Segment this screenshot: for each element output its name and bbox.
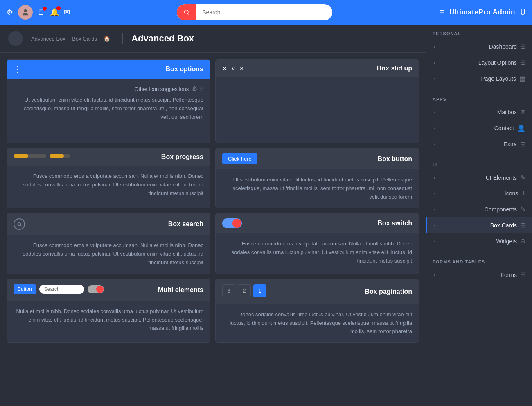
sidebar-item-widgets[interactable]: ‹ Widgets ⊕ — [426, 233, 532, 249]
expand-icon[interactable]: ✕ — [239, 65, 244, 72]
sidebar-item-dashboard[interactable]: ‹ Dashboard ⊞ — [426, 39, 532, 54]
page-btn-2[interactable]: 2 — [238, 284, 251, 297]
close-icon[interactable]: ✕ — [222, 65, 227, 72]
multi-elements-header: Button Multi elements — [7, 279, 210, 301]
sidebar-label-contact: Contact — [494, 125, 514, 132]
box-search-body: Fusce commodo eros a vulputate accumsan.… — [7, 235, 210, 273]
sidebar-label-extra: Extra — [503, 141, 517, 147]
box-button-body: Ut vestibulum enim vitae elit luctus, id… — [216, 169, 419, 208]
sidebar-label-box-cards: Box Cards — [490, 222, 517, 229]
box-options-header: ⋮ Box options — [7, 60, 210, 79]
hamburger-button[interactable]: ≡ — [439, 7, 444, 18]
sidebar-item-layout-options[interactable]: ‹ Layout Options ⊟ — [426, 54, 532, 70]
box-options-body: Other icon suggestions ⚙ ≡ Ut vestibulum… — [7, 79, 210, 128]
box-options-text: Ut vestibulum enim vitae elit luctus, id… — [14, 96, 203, 121]
notifications-badge — [56, 6, 61, 10]
sidebar-label-forms: Forms — [500, 272, 517, 278]
sidebar-item-box-cards[interactable]: ‹ Box Cards ⊟ — [426, 217, 532, 233]
breadcrumb-home-icon[interactable]: 🏠 — [104, 36, 110, 42]
sidebar-item-components[interactable]: ‹ Components ✎ — [426, 201, 532, 217]
nav-right: ≡ UltimatePro Admin U — [439, 7, 525, 18]
sidebar-label-dashboard: Dashboard — [489, 43, 517, 50]
progress-row — [14, 154, 156, 158]
breadcrumb: Advanced Box - Box Cards - 🏠 — [31, 36, 110, 42]
box-switch-header: Box switch — [216, 213, 419, 233]
box-progress-header: Box progress — [7, 148, 210, 166]
box-slid-body — [216, 77, 419, 143]
box-options-menu-icon[interactable]: ⋮ — [14, 65, 21, 74]
sidebar-divider — [426, 154, 532, 154]
sidebar-item-left: Extra ⊞ — [503, 140, 525, 148]
settings-button[interactable]: ⚙ — [7, 8, 13, 17]
multi-search-input[interactable] — [39, 285, 84, 294]
page-btn-1[interactable]: 1 — [253, 284, 266, 297]
progress-bar-bg — [14, 154, 46, 158]
search-submit-button[interactable] — [177, 4, 196, 20]
toggle-switch[interactable] — [222, 218, 242, 228]
right-sidebar: PERSONAL ‹ Dashboard ⊞ ‹ Layout Options … — [426, 25, 532, 406]
search-input[interactable] — [196, 9, 332, 16]
header-icons: ⚙ ≡ — [192, 85, 203, 93]
sidebar-item-forms[interactable]: ‹ Forms ⊟ — [426, 267, 532, 283]
breadcrumb-box-cards[interactable]: Box Cards — [72, 36, 97, 42]
search-wrap — [177, 4, 332, 20]
avatar[interactable] — [18, 5, 33, 20]
multi-row: Button — [14, 284, 104, 294]
chevron-down-icon[interactable]: ∨ — [231, 65, 235, 72]
gear-icon[interactable]: ⚙ — [192, 85, 197, 93]
nav-left: ⚙ 🗒 🔔 ✉ — [7, 5, 70, 20]
chevron-icon: ‹ — [434, 272, 435, 278]
breadcrumb-advanced-box[interactable]: Advanced Box — [31, 36, 65, 42]
multi-button[interactable]: Button — [14, 284, 36, 294]
sidebar-item-extra[interactable]: ‹ Extra ⊞ — [426, 136, 532, 152]
breadcrumb-sep1: - — [68, 36, 70, 42]
chevron-icon: ‹ — [434, 206, 435, 212]
sidebar-item-left: Layout Options ⊟ — [478, 59, 525, 66]
dashboard-icon: ⊞ — [520, 43, 525, 50]
svg-point-1 — [185, 10, 188, 14]
messages-button[interactable]: ✉ — [64, 8, 70, 17]
box-button-text: Ut vestibulum enim vitae elit luctus, id… — [222, 176, 412, 201]
sidebar-item-icons[interactable]: ‹ Icons T — [426, 186, 532, 201]
box-button-card: Click here Box button Ut vestibulum enim… — [215, 148, 419, 208]
layout-options-icon: ⊟ — [520, 59, 525, 66]
list-icon[interactable]: ≡ — [200, 85, 203, 93]
sidebar-item-left: Contact 👤 — [494, 124, 525, 132]
page-btn-3[interactable]: 3 — [222, 284, 235, 297]
box-search-card: Box search Fusce commodo eros a vulputat… — [7, 213, 210, 274]
sidebar-section-personal: PERSONAL — [426, 25, 532, 39]
box-search-text: Fusce commodo eros a vulputate accumsan.… — [14, 241, 203, 267]
sidebar-item-contact[interactable]: ‹ Contact 👤 — [426, 120, 532, 136]
components-icon: ✎ — [520, 205, 525, 213]
sidebar-item-mailbox[interactable]: ‹ Mailbox ✉ — [426, 104, 532, 120]
icons-icon: T — [521, 190, 525, 197]
page-title: Advanced Box — [122, 33, 194, 44]
main-layout: ··· Advanced Box - Box Cards - 🏠 Advance… — [0, 25, 532, 406]
sidebar-item-page-layouts[interactable]: ‹ Page Layouts ▤ — [426, 70, 532, 86]
search-circle-icon[interactable] — [14, 218, 25, 230]
chevron-icon: ‹ — [434, 60, 435, 66]
sidebar-label-mailbox: Mailbox — [497, 109, 517, 116]
sidebar-item-left: Components ✎ — [485, 205, 525, 213]
multi-elements-text: Nulla et mollis nibh. Donec sodales conv… — [14, 307, 203, 333]
click-here-button[interactable]: Click here — [222, 153, 257, 164]
dots-button[interactable]: ··· — [8, 31, 23, 46]
sidebar-item-ui-elements[interactable]: ‹ UI Elements ✎ — [426, 170, 532, 186]
box-slid-up-card: ✕ ∨ ✕ Box slid up — [215, 59, 419, 143]
notifications-button[interactable]: 🔔 — [50, 8, 59, 17]
mailbox-icon: ✉ — [520, 108, 525, 116]
toggle-knob — [232, 219, 241, 228]
mini-toggle[interactable] — [88, 285, 104, 293]
sidebar-item-left: Dashboard ⊞ — [489, 43, 526, 50]
box-slid-title: Box slid up — [377, 65, 412, 72]
tasks-button[interactable]: 🗒 — [38, 8, 45, 17]
chevron-icon: ‹ — [434, 125, 435, 131]
sidebar-label-icons: Icons — [505, 190, 518, 197]
sidebar-item-left: Mailbox ✉ — [497, 108, 525, 116]
box-progress-card: Box progress Fusce commodo eros a vulput… — [7, 148, 210, 208]
box-progress-text: Fusce commodo eros a vulputate accumsan.… — [14, 172, 203, 197]
chevron-icon: ‹ — [434, 141, 435, 147]
sidebar-item-left: UI Elements ✎ — [486, 174, 525, 181]
tasks-badge — [43, 7, 47, 11]
box-switch-title: Box switch — [378, 220, 412, 227]
